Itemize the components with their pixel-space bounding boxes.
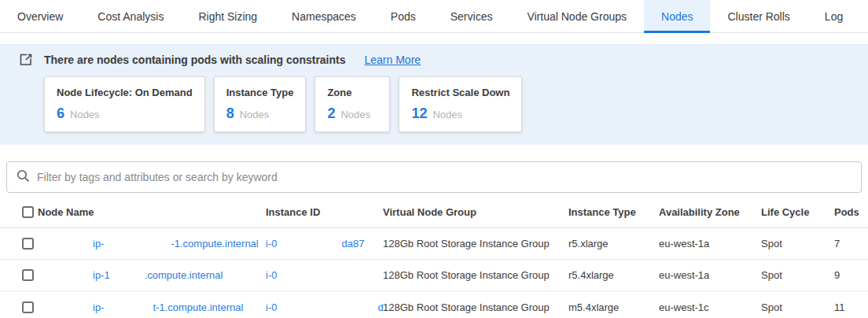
pods-cell: 7	[834, 238, 868, 250]
life-cycle-cell: Spot	[761, 238, 834, 250]
learn-more-link[interactable]: Learn More	[365, 54, 421, 66]
banner-message: There are nodes containing pods with sca…	[44, 54, 346, 66]
card-value: 6	[57, 105, 64, 122]
life-cycle-cell: Spot	[761, 269, 834, 281]
search-input[interactable]	[37, 171, 851, 183]
redacted-text	[110, 278, 145, 279]
tab-right-sizing[interactable]: Right Sizing	[181, 0, 274, 32]
tab-namespaces[interactable]: Namespaces	[274, 0, 373, 32]
row-checkbox[interactable]	[22, 301, 34, 313]
instance-id-link[interactable]: i-0d	[266, 301, 384, 313]
tab-bar: Overview Cost Analysis Right Sizing Name…	[0, 0, 868, 33]
scale-up-arrow-icon	[19, 53, 33, 67]
card-zone[interactable]: Zone 2 Nodes	[314, 76, 390, 132]
tab-cost-analysis[interactable]: Cost Analysis	[80, 0, 181, 32]
redacted-text	[277, 310, 377, 311]
node-name-link[interactable]: ip-t-1.compute.internal	[93, 301, 243, 313]
tab-pods[interactable]: Pods	[373, 0, 433, 32]
col-header-instance-type: Instance Type	[568, 206, 659, 218]
card-title: Zone	[327, 87, 377, 98]
card-value: 2	[327, 105, 335, 122]
scaling-constraints-banner: There are nodes containing pods with sca…	[0, 44, 868, 145]
tab-virtual-node-groups[interactable]: Virtual Node Groups	[509, 0, 644, 32]
table-row: ip-1.compute.internal i-0 128Gb Root Sto…	[0, 260, 868, 291]
card-unit: Nodes	[70, 109, 100, 120]
card-title: Instance Type	[226, 87, 294, 98]
col-header-instance-id: Instance ID	[266, 206, 383, 218]
card-value: 8	[226, 105, 234, 122]
instance-type-cell: r5.xlarge	[568, 238, 659, 250]
instance-type-cell: m5.4xlarge	[568, 301, 659, 313]
virtual-node-group-cell: 128Gb Root Storage Instance Group	[383, 301, 568, 313]
pods-cell: 11	[834, 301, 868, 313]
col-header-node-name: Node Name	[38, 206, 266, 218]
redacted-text	[277, 246, 341, 247]
col-header-availability-zone: Availability Zone	[659, 206, 761, 218]
card-unit: Nodes	[432, 109, 462, 120]
redacted-text	[104, 310, 153, 311]
card-unit: Nodes	[340, 109, 370, 120]
row-checkbox[interactable]	[22, 238, 34, 250]
tab-overview[interactable]: Overview	[0, 0, 80, 32]
card-title: Restrict Scale Down	[411, 87, 509, 98]
tab-services[interactable]: Services	[433, 0, 510, 32]
filter-search-bar	[6, 161, 862, 193]
card-node-lifecycle[interactable]: Node Lifecycle: On Demand 6 Nodes	[44, 76, 205, 132]
col-header-pods: Pods	[834, 206, 868, 218]
virtual-node-group-cell: 128Gb Root Storage Instance Group	[383, 269, 568, 281]
tab-cluster-rolls[interactable]: Cluster Rolls	[710, 0, 807, 32]
search-icon	[17, 169, 30, 186]
col-header-life-cycle: Life Cycle	[761, 206, 834, 218]
card-unit: Nodes	[240, 109, 270, 120]
redacted-text	[104, 246, 171, 247]
table-row: ip--1.compute.internal i-0da87 128Gb Roo…	[0, 228, 868, 260]
table-row: ip-t-1.compute.internal i-0d 128Gb Root …	[0, 291, 868, 318]
card-instance-type[interactable]: Instance Type 8 Nodes	[214, 76, 307, 132]
pods-cell: 9	[834, 269, 868, 281]
instance-id-link[interactable]: i-0da87	[266, 238, 364, 250]
availability-zone-cell: eu-west-1a	[659, 269, 761, 281]
instance-type-cell: r5.4xlarge	[568, 269, 659, 281]
tab-log[interactable]: Log	[807, 0, 860, 32]
card-title: Node Lifecycle: On Demand	[57, 87, 193, 98]
life-cycle-cell: Spot	[761, 301, 834, 313]
node-name-link[interactable]: ip-1.compute.internal	[93, 269, 223, 281]
availability-zone-cell: eu-west-1a	[659, 238, 761, 250]
card-restrict-scale-down[interactable]: Restrict Scale Down 12 Nodes	[399, 76, 522, 132]
row-checkbox[interactable]	[22, 269, 34, 281]
card-value: 12	[411, 105, 427, 122]
instance-id-link[interactable]: i-0	[266, 269, 277, 281]
table-header-row: Node Name Instance ID Virtual Node Group…	[0, 197, 868, 228]
nodes-table: Node Name Instance ID Virtual Node Group…	[0, 197, 868, 318]
select-all-checkbox[interactable]	[22, 206, 34, 218]
availability-zone-cell: eu-west-1c	[659, 301, 761, 313]
constraint-cards: Node Lifecycle: On Demand 6 Nodes Instan…	[44, 76, 849, 132]
node-name-link[interactable]: ip--1.compute.internal	[93, 238, 259, 250]
virtual-node-group-cell: 128Gb Root Storage Instance Group	[383, 238, 568, 250]
tab-nodes[interactable]: Nodes	[644, 0, 710, 32]
col-header-virtual-node-group: Virtual Node Group	[383, 206, 568, 218]
